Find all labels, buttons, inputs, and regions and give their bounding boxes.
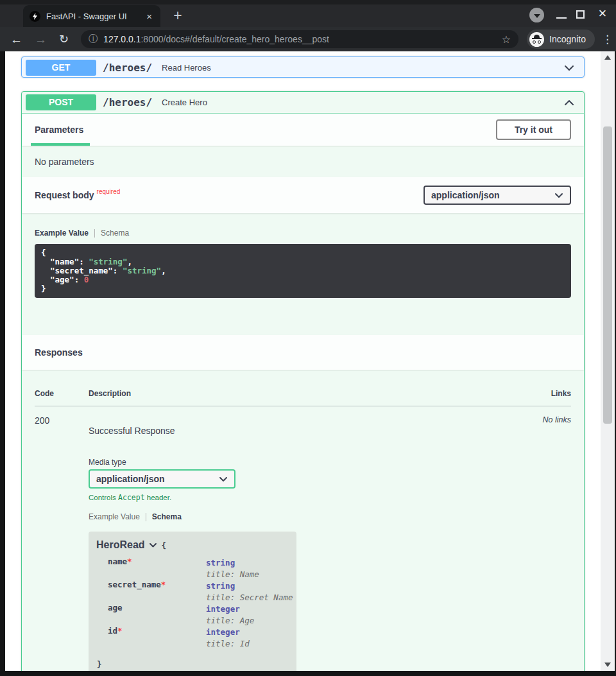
chevron-down-icon [219,476,228,482]
request-body-example-code: { "name": "string", "secret_name": "stri… [35,244,571,298]
response-content-type-select[interactable]: application/json [89,469,235,489]
model-open-brace: { [162,541,167,550]
post-summary-text: Create Hero [162,98,207,107]
tab-example-value[interactable]: Example Value [35,229,89,238]
request-body-label: Request body [35,190,94,200]
model-toggle-chevron-icon[interactable] [149,542,157,548]
col-description: Description [89,389,513,398]
get-summary-text: Read Heroes [162,63,211,73]
browser-titlebar: FastAPI - Swagger UI × + × [0,0,616,27]
scrollbar-down-icon[interactable] [604,663,611,667]
tab-close-icon[interactable]: × [144,12,154,21]
tab-schema[interactable]: Schema [101,229,129,238]
page-scrollbar[interactable] [601,51,615,671]
request-body-content: Example Value Schema { "name": "string",… [22,213,584,335]
window-top-edge [0,0,616,4]
model-property: id* integertitle: Id [89,626,296,649]
chevron-up-icon[interactable] [563,96,576,109]
browser-toolbar: ← → ↻ ⓘ 127.0.0.1:8000/docs#/default/cre… [0,27,616,51]
model-close-brace: } [89,659,296,669]
back-icon[interactable]: ← [10,33,22,46]
swagger-page: GET /heroes/ Read Heroes POST /heroes/ C… [5,51,601,671]
menu-kebab-icon[interactable]: ⋮ [602,33,613,46]
reload-icon[interactable]: ↻ [59,33,69,46]
opblock-post-heroes: POST /heroes/ Create Hero Parameters Try… [21,91,585,671]
media-type-label: Media type [89,458,513,467]
scrollbar-up-icon[interactable] [604,55,611,60]
tab-search-icon[interactable] [529,8,544,22]
opblock-get-heroes: GET /heroes/ Read Heroes [21,56,585,78]
get-method-badge: GET [26,60,96,76]
response-200-description: Successful Response [89,426,513,436]
response-200-links: No links [513,415,571,671]
response-example-tabs: Example Value Schema [89,512,513,521]
url-text: 127.0.0.1:8000/docs#/default/create_hero… [103,34,329,44]
parameters-section-header: Parameters Try it out [22,114,584,146]
no-parameters-text: No parameters [22,146,584,177]
url-path: :8000/docs#/default/create_hero_heroes__… [141,34,329,44]
tab-example-value[interactable]: Example Value [89,512,140,521]
response-row-200: 200 Successful Response Media type appli… [35,406,571,671]
responses-table: Code Description Links 200 Successful Re… [22,370,584,671]
bookmark-star-icon[interactable]: ☆ [502,33,511,46]
get-path: /heroes/ [103,62,152,74]
fastapi-favicon-icon [30,11,40,22]
forward-icon[interactable]: → [35,33,47,46]
incognito-icon [529,32,544,47]
model-property: name* stringtitle: Name [89,557,296,580]
try-it-out-button[interactable]: Try it out [496,119,571,140]
post-heroes-summary[interactable]: POST /heroes/ Create Hero [22,92,584,114]
minimize-icon[interactable] [556,17,567,19]
tab-title: FastAPI - Swagger UI [46,12,144,21]
chevron-down-icon[interactable] [563,62,576,74]
site-info-icon[interactable]: ⓘ [89,33,98,45]
col-code: Code [35,389,89,398]
url-host: 127.0.0.1 [103,34,141,44]
responses-title: Responses [35,347,83,358]
post-path: /heroes/ [103,96,152,108]
browser-tab[interactable]: FastAPI - Swagger UI × [23,5,160,27]
tab-divider [146,513,146,521]
tab-divider [94,229,95,238]
parameters-active-tab-underline [31,143,90,146]
responses-section-header: Responses [22,335,584,370]
incognito-label: Incognito [549,34,586,44]
chevron-down-icon [554,193,563,198]
scrollbar-thumb[interactable] [603,126,612,424]
request-example-tabs: Example Value Schema [35,229,571,238]
response-content-type-value: application/json [96,474,165,484]
response-code-200: 200 [35,415,89,671]
request-body-header: Request body required application/json [22,177,584,213]
address-bar[interactable]: ⓘ 127.0.0.1:8000/docs#/default/create_he… [81,30,518,48]
request-content-type-select[interactable]: application/json [424,186,571,205]
parameters-title: Parameters [35,125,83,135]
incognito-badge: Incognito [527,30,595,49]
post-method-badge: POST [26,94,96,110]
response-200-description-cell: Successful Response Media type applicati… [89,415,513,671]
maximize-icon[interactable] [576,10,585,19]
get-heroes-summary[interactable]: GET /heroes/ Read Heroes [22,57,584,78]
model-title[interactable]: HeroRead [96,539,145,551]
required-label: required [97,188,121,195]
request-content-type-value: application/json [431,190,500,200]
new-tab-icon[interactable]: + [168,6,187,25]
tab-schema[interactable]: Schema [152,512,182,521]
controls-accept-note: Controls Accept header. [89,493,513,502]
close-icon[interactable]: × [595,6,610,21]
model-property: secret_name* stringtitle: Secret Name [89,580,296,603]
model-property: age integertitle: Age [89,603,296,626]
col-links: Links [513,389,571,398]
responses-table-head: Code Description Links [35,381,571,406]
heroread-model-box: HeroRead { name* stringtitle: Name [89,532,296,671]
